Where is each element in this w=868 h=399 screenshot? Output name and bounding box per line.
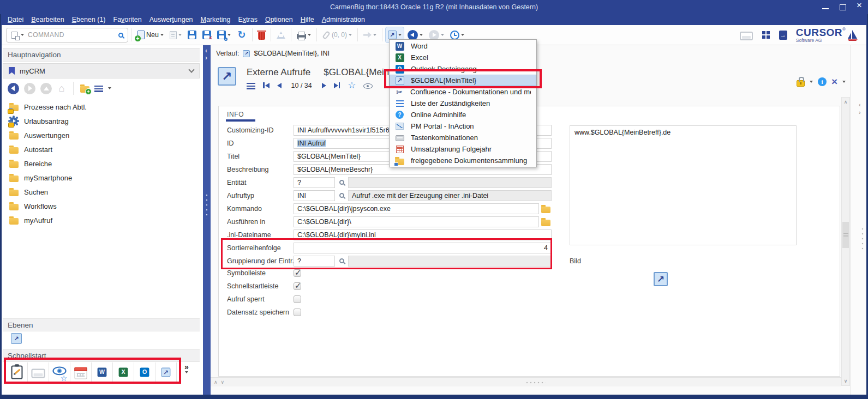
entitaet-field[interactable]	[294, 177, 335, 188]
chevron-down-icon[interactable]	[373, 34, 376, 36]
lookup-button[interactable]	[335, 190, 348, 201]
horizontal-grip[interactable]	[526, 382, 546, 384]
scroll-up-arrow[interactable]: ∧	[842, 99, 849, 105]
minimize-button[interactable]	[822, 4, 829, 10]
refresh-button[interactable]	[235, 27, 249, 43]
menu-item[interactable]: Marketing	[197, 16, 235, 23]
chevron-down-icon[interactable]	[21, 34, 24, 36]
tree-item[interactable]: Autostart	[5, 142, 196, 156]
home-icon[interactable]	[57, 83, 67, 93]
chevron-down-icon[interactable]	[349, 34, 352, 36]
chevron-down-icon[interactable]	[160, 34, 164, 36]
logout-icon[interactable]	[779, 31, 787, 40]
quickstart-button[interactable]	[28, 362, 49, 382]
nav-up-button[interactable]	[40, 83, 52, 94]
new-button[interactable]: Neu	[135, 27, 166, 43]
quickstart-button[interactable]	[134, 362, 155, 382]
quickstart-button[interactable]	[7, 362, 28, 382]
previous-record-button[interactable]	[277, 83, 282, 88]
watch-eye-icon[interactable]	[363, 83, 373, 89]
splitter-grip[interactable]	[206, 194, 208, 219]
forward-record-button[interactable]	[361, 27, 379, 43]
print-button[interactable]	[295, 27, 313, 43]
checkbox[interactable]	[294, 282, 301, 290]
measure-button[interactable]	[274, 27, 288, 43]
vertical-scrollbar[interactable]: ∧ ∨	[841, 97, 850, 386]
last-record-button[interactable]	[334, 82, 340, 88]
menu-entry[interactable]: $GLOBAL{MeinTitel}	[390, 75, 536, 86]
next-record-button[interactable]	[322, 83, 326, 88]
menu-entry[interactable]: Excel	[390, 52, 536, 63]
menu-entry[interactable]: Word	[390, 40, 536, 52]
scrollbar-thumb[interactable]	[842, 222, 849, 248]
inbox-tray-icon[interactable]	[740, 32, 753, 40]
kommando-field[interactable]	[294, 203, 539, 214]
tree-item[interactable]: Urlaubsantrag	[5, 114, 196, 128]
chevron-down-icon[interactable]	[308, 34, 311, 36]
menu-entry[interactable]: Online Adminhilfe	[390, 109, 536, 120]
lookup-button[interactable]	[335, 177, 348, 188]
aufruftyp-field[interactable]	[294, 190, 335, 201]
lock-icon[interactable]	[797, 80, 805, 87]
command-box[interactable]	[6, 28, 128, 43]
menu-entry[interactable]: Confluence - Dokumentationen und mehr...	[390, 86, 536, 98]
splitter-grip[interactable]	[861, 228, 864, 250]
tree-item[interactable]: Auswertungen	[5, 128, 196, 142]
save-button[interactable]	[185, 27, 199, 43]
chevron-down-icon[interactable]	[420, 34, 423, 36]
hamburger-menu-icon[interactable]	[94, 86, 103, 92]
tree-item[interactable]: myAufruf	[5, 213, 196, 227]
menu-item[interactable]: Bearbeiten	[27, 16, 68, 23]
quickstart-button[interactable]	[49, 362, 70, 382]
ausfuehren-in-field[interactable]	[294, 216, 539, 227]
checkbox[interactable]	[294, 309, 301, 316]
menu-entry[interactable]: freigegebene Dokumentensammlung	[390, 155, 536, 166]
scroll-down-arrow[interactable]: ∨	[842, 378, 849, 384]
tree-item[interactable]: Prozesse nach Abtl.	[5, 100, 196, 114]
tree-item[interactable]: Bereiche	[5, 156, 196, 171]
menu-entry[interactable]: Outlook Posteingang	[390, 63, 536, 75]
collapse-down-icon[interactable]: ∨	[221, 379, 225, 385]
first-record-button[interactable]	[263, 82, 270, 88]
checkbox[interactable]	[294, 295, 301, 303]
chevron-down-icon[interactable]	[398, 34, 402, 36]
menu-item[interactable]: Hilfe	[297, 16, 318, 23]
save-search-button[interactable]	[215, 27, 233, 43]
chevron-down-icon[interactable]	[228, 34, 231, 36]
quickstart-button[interactable]	[155, 362, 177, 382]
nav-back-button[interactable]	[8, 83, 19, 94]
new-folder-icon[interactable]	[80, 86, 89, 93]
right-splitter[interactable]: ‹ ›	[850, 45, 866, 395]
menu-entry[interactable]: Tastenkombinationen	[390, 132, 536, 143]
favorite-star-icon[interactable]: ☆	[348, 81, 356, 90]
tree-item[interactable]: Workflows	[5, 199, 196, 213]
maximize-button[interactable]	[840, 4, 846, 10]
search-icon[interactable]	[118, 33, 123, 38]
chevron-down-icon[interactable]	[108, 87, 111, 89]
menu-item[interactable]: Ebenen (1)	[68, 16, 110, 23]
lookup-button[interactable]	[335, 256, 348, 267]
close-record-icon[interactable]: ×	[831, 76, 837, 87]
url-textarea[interactable]: www.$GLOBAL{MeinBetreff}.de	[570, 125, 797, 245]
tab-info[interactable]: INFO	[227, 111, 244, 118]
quickstart-button[interactable]	[92, 362, 113, 382]
quickstart-button[interactable]	[113, 362, 134, 382]
chevron-down-icon[interactable]	[842, 81, 846, 83]
chevron-down-icon[interactable]	[810, 81, 813, 83]
app-grid-icon[interactable]	[762, 31, 765, 34]
browse-folder-button[interactable]	[541, 204, 550, 213]
chevron-down-icon[interactable]	[188, 66, 194, 72]
delete-button[interactable]	[256, 27, 267, 43]
expand-right-icon[interactable]: ›	[205, 55, 207, 61]
browse-folder-button[interactable]	[541, 217, 550, 226]
attachments-button[interactable]: (0, 0)	[320, 27, 354, 43]
chevron-down-icon[interactable]	[461, 34, 464, 36]
menu-entry[interactable]: Umsatzplanung Folgejahr	[390, 143, 536, 155]
gruppierung-field[interactable]	[294, 256, 335, 267]
ini-dateiname-field[interactable]	[294, 229, 552, 240]
menu-item[interactable]: Optionen	[261, 16, 297, 23]
quickstart-button[interactable]	[70, 362, 92, 382]
menu-entry[interactable]: Liste der Zuständigkeiten	[390, 98, 536, 109]
sidebar-group-mycrm[interactable]: myCRM	[3, 63, 200, 78]
info-icon[interactable]	[818, 77, 827, 86]
